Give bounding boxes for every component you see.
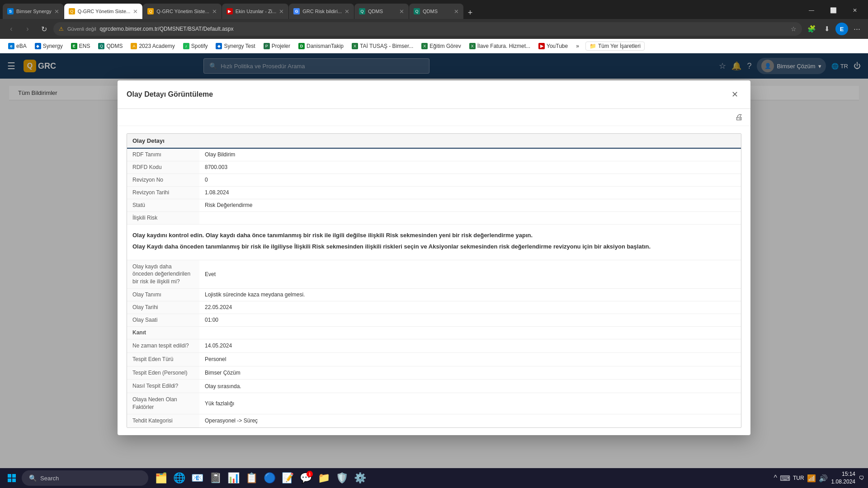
refresh-button[interactable]: ↻ [37,22,51,36]
bookmark-label: Projeler [272,43,290,49]
synergy-favicon: ◆ [35,43,41,49]
field-value: 22.05.2024 [199,301,741,314]
new-tab-button[interactable]: + [464,6,476,19]
bookmark-spotify[interactable]: ♪ Spotify [179,40,212,52]
tab-qdms-2[interactable]: Q QDMS ✕ [409,4,463,19]
taskbar-search-bar[interactable]: 🔍 Search [22,470,148,486]
minimize-button[interactable]: — [801,4,822,17]
tab-qgrc-2[interactable]: Q Q-GRC Yönetim Siste... ✕ [143,4,222,19]
tab-close[interactable]: ✕ [399,8,404,15]
extensions-button[interactable]: 🧩 [805,22,818,36]
tab-close[interactable]: ✕ [454,8,459,15]
profile-button[interactable]: E [835,23,848,35]
field-label: RDF Tanımı [127,149,199,161]
youtube-favicon: ▶ [538,43,545,49]
field-value: Olay Bildirim [199,149,741,161]
bookmark-label: Eğitim Görev [429,43,461,49]
bookmark-star-icon[interactable]: ☆ [791,25,797,33]
tray-chevron[interactable]: ^ [774,474,777,482]
field-label: Tespit Eden Türü [127,353,199,366]
bookmark-danisman[interactable]: D DanismanTakip [295,40,347,52]
taskbar-files[interactable]: 📁 [316,470,332,486]
taskbar-security[interactable]: 🛡️ [334,470,350,486]
tab-qgrc-active[interactable]: Q Q-GRC Yönetim Siste... ✕ [64,4,143,19]
tab-close[interactable]: ✕ [133,8,138,15]
bookmark-ens[interactable]: E ENS [67,40,94,52]
modal-overlay: Olay Detayı Görüntüleme ✕ 🖨 Olay Detayı … [0,53,868,468]
window-controls: — ⬜ ✕ [801,4,865,19]
keyboard-icon[interactable]: ⌨ [780,474,790,483]
tab-favicon: Q [414,8,420,14]
tab-close[interactable]: ✕ [54,8,59,15]
bookmark-overflow[interactable]: » [572,40,583,52]
taskbar-file-explorer[interactable]: 🗂️ [153,470,169,486]
bookmark-label: ENS [79,43,90,49]
taskbar-onenote[interactable]: 📓 [207,470,223,486]
modal-close-button[interactable]: ✕ [728,88,741,101]
maximize-button[interactable]: ⬜ [823,4,844,17]
modal-header: Olay Detayı Görüntüleme ✕ [118,80,750,109]
bookmark-tai[interactable]: X TAİ TUSAŞ - Bimser... [348,40,417,52]
bookmark-folder-all[interactable]: 📁 Tüm Yer İşaretleri [585,42,645,51]
tab-favicon: Q [147,8,154,14]
tab-close[interactable]: ✕ [279,8,284,15]
taskbar-outlook[interactable]: 📧 [189,470,205,486]
field-label: Olay Tarihi [127,301,199,314]
notification-badge: 1 [307,471,313,477]
notification-center-button[interactable]: 🗨 [859,475,864,481]
field-value: Olay sırasında. [199,380,741,393]
tab-youtube[interactable]: ▶ Ekin Uzunlar - Zi... ✕ [222,4,288,19]
detail-section: Olay Detayı RDF Tanımı Olay Bildirim RDF… [127,133,741,428]
modal-body[interactable]: Olay Detayı RDF Tanımı Olay Bildirim RDF… [118,126,750,435]
tab-google[interactable]: G GRC Risk bildiri... ✕ [289,4,354,19]
qdms-favicon: Q [98,43,104,49]
wifi-icon[interactable]: 📶 [807,474,816,483]
taskbar-clock[interactable]: 15:14 1.08.2024 [831,470,855,486]
section-header: Olay Detayı [127,134,741,149]
taskbar-chrome[interactable]: 🔵 [261,470,278,486]
downloads-button[interactable]: ⬇ [820,22,834,36]
bookmark-egitim[interactable]: X Eğitim Görev [418,40,464,52]
field-label: Olay Tanımı [127,289,199,301]
start-button[interactable] [4,470,20,486]
tab-close[interactable]: ✕ [212,8,217,15]
field-value [199,212,741,224]
bookmark-eba[interactable]: e eBA [5,40,30,52]
taskbar-word[interactable]: 📝 [279,470,296,486]
bookmark-synergy[interactable]: ◆ Synergy [31,40,66,52]
forward-button[interactable]: › [21,22,34,36]
field-value: Personel [199,353,741,366]
bookmark-academy[interactable]: A 2023 Academy [127,40,178,52]
bookmark-projeler[interactable]: P Projeler [260,40,294,52]
tab-close[interactable]: ✕ [344,8,349,15]
detail-row-kanit: Kanıt [127,327,741,339]
taskbar-teams[interactable]: 💬 1 [297,470,314,486]
url-text[interactable]: qgrcdemo.bimser.com.tr/QDMSNET/BSAT/Defa… [100,26,787,32]
bookmark-label: İlave Fatura. Hizmet... [477,43,530,49]
taskbar-settings[interactable]: ⚙️ [352,470,368,486]
toolbar-icons: 🧩 ⬇ E ⋯ [805,22,863,36]
field-label: Ne zaman tespit edildi? [127,339,199,352]
info-line-1: Olay kaydını kontrol edin. Olay kaydı da… [132,231,736,240]
tab-qdms-1[interactable]: Q QDMS ✕ [354,4,409,19]
tab-label: GRC Risk bildiri... [302,9,342,14]
url-bar[interactable]: ⚠ Güvenli değil qgrcdemo.bimser.com.tr/Q… [53,22,802,36]
taskbar-app1[interactable]: 📋 [243,470,259,486]
close-window-button[interactable]: ✕ [844,4,865,17]
print-button[interactable]: 🖨 [735,113,743,122]
tab-label: Ekin Uzunlar - Zi... [236,9,276,14]
settings-button[interactable]: ⋯ [850,22,863,36]
taskbar-excel[interactable]: 📊 [225,470,241,486]
field-label: RDFD Kodu [127,161,199,174]
search-icon: 🔍 [29,474,37,482]
field-value: Risk Değerlendirme [199,199,741,211]
bookmark-youtube[interactable]: ▶ YouTube [535,40,571,52]
field-label: Kanıt [127,327,199,339]
tab-bimser-synergy[interactable]: S Bimser Synergy ✕ [3,4,64,19]
bookmark-qdms[interactable]: Q QDMS [94,40,126,52]
back-button[interactable]: ‹ [5,22,18,36]
bookmark-ilave[interactable]: X İlave Fatura. Hizmet... [466,40,534,52]
bookmark-synergy-test[interactable]: ◆ Synergy Test [212,40,259,52]
volume-icon[interactable]: 🔊 [819,474,828,483]
taskbar-browser[interactable]: 🌐 [171,470,187,486]
